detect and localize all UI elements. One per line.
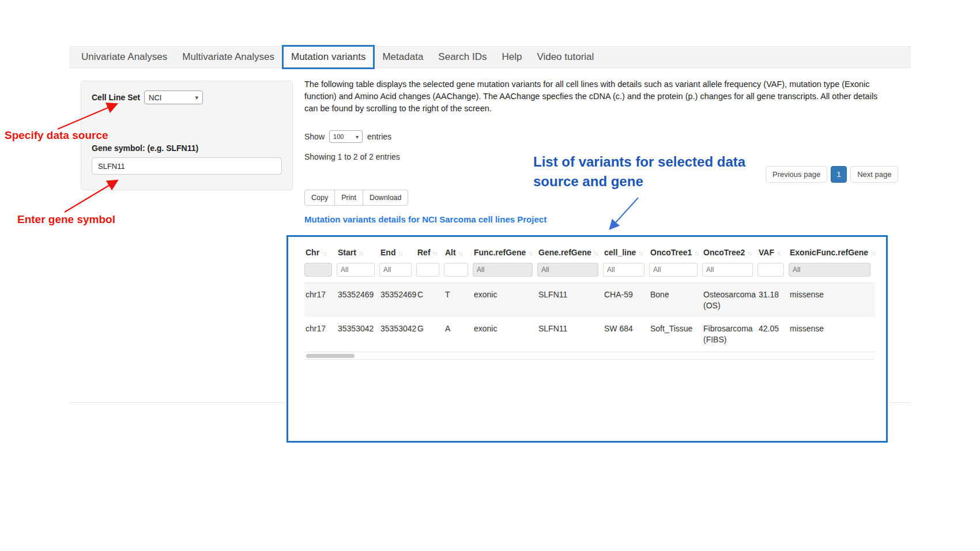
nav-tab-list: Univariate AnalysesMultivariate Analyses… — [69, 47, 911, 67]
column-header-alt[interactable]: Alt↑↓ — [444, 243, 473, 262]
main-navbar: Univariate AnalysesMultivariate Analyses… — [69, 46, 911, 68]
show-label: Show — [304, 132, 325, 141]
filter-cell — [304, 262, 337, 283]
cell-oncotree2: Osteosarcoma (OS) — [702, 283, 757, 318]
copy-button[interactable]: Copy — [304, 190, 335, 206]
column-label: Chr — [306, 248, 319, 257]
sort-icon: ↑↓ — [322, 250, 326, 256]
filter-cell — [702, 262, 757, 283]
column-header-ref[interactable]: Ref↑↓ — [416, 243, 444, 262]
column-label: VAF — [759, 248, 774, 257]
annotation-specify-data-source: Specify data source — [5, 129, 108, 142]
filter-ref[interactable] — [416, 263, 439, 277]
filter-oncotree1[interactable] — [649, 263, 698, 277]
sort-icon: ↑↓ — [870, 250, 875, 256]
cell-oncotree1: Soft_Tissue — [649, 317, 702, 351]
description-text: The following table displays the selecte… — [304, 78, 878, 115]
sort-icon: ↑↓ — [638, 250, 642, 256]
show-entries-control: Show 100 ▾ entries — [304, 130, 391, 143]
sidebar-panel: Cell Line Set NCI ▾ Gene symbol: (e.g. S… — [81, 81, 293, 190]
filter-gene-refgene[interactable] — [537, 263, 598, 277]
column-header-func-refgene[interactable]: Func.refGene↑↓ — [473, 243, 537, 262]
filter-func-refgene[interactable] — [473, 263, 533, 277]
column-header-start[interactable]: Start↑↓ — [337, 243, 379, 262]
table-title-link[interactable]: Mutation variants details for NCI Sarcom… — [304, 214, 546, 224]
sort-icon: ↑↓ — [433, 250, 437, 256]
tab-metadata[interactable]: Metadata — [375, 46, 431, 68]
horizontal-scrollbar-track[interactable] — [304, 352, 875, 360]
sort-icon: ↑↓ — [359, 250, 363, 256]
column-header-chr[interactable]: Chr↑↓ — [304, 243, 337, 262]
column-label: OncoTree1 — [650, 248, 692, 257]
filter-chr[interactable] — [304, 263, 332, 277]
column-header-gene-refgene[interactable]: Gene.refGene↑↓ — [537, 243, 603, 262]
table-header-row: Chr↑↓Start↑↓End↑↓Ref↑↓Alt↑↓Func.refGene↑… — [304, 243, 875, 262]
filter-cell — [337, 262, 379, 283]
filter-vaf[interactable] — [757, 263, 784, 277]
current-page-button[interactable]: 1 — [831, 166, 847, 183]
column-label: Start — [338, 248, 356, 257]
tab-video-tutorial[interactable]: Video tutorial — [529, 46, 601, 68]
column-label: Alt — [445, 248, 456, 257]
filter-cell — [757, 262, 789, 283]
cell-vaf: 31.18 — [757, 283, 789, 318]
table-row[interactable]: chr173535304235353042GAexonicSLFN11SW 68… — [304, 317, 875, 351]
tab-mutation-variants[interactable]: Mutation variants — [282, 45, 375, 69]
table-filter-row — [304, 262, 875, 283]
filter-start[interactable] — [337, 263, 375, 277]
cell-cell-line: SW 684 — [603, 317, 649, 351]
cell-func-refgene: exonic — [473, 317, 537, 351]
column-label: cell_line — [604, 248, 636, 257]
cell-exonicfunc-refgene: missense — [789, 283, 875, 318]
cell-vaf: 42.05 — [757, 317, 789, 351]
tab-multivariate-analyses[interactable]: Multivariate Analyses — [175, 46, 282, 68]
entries-label: entries — [367, 132, 391, 141]
column-header-cell-line[interactable]: cell_line↑↓ — [603, 243, 649, 262]
pagination: Previous page 1 Next page — [766, 166, 898, 183]
cell-ref: C — [416, 283, 444, 318]
cell-start: 35353042 — [337, 317, 379, 351]
cell-line-set-select[interactable]: NCI ▾ — [144, 90, 203, 104]
print-button[interactable]: Print — [334, 190, 363, 206]
gene-symbol-input[interactable] — [92, 157, 282, 175]
cell-gene-refgene: SLFN11 — [537, 283, 603, 318]
sort-icon: ↑↓ — [398, 250, 402, 256]
filter-cell — [603, 262, 649, 283]
column-label: Gene.refGene — [538, 248, 591, 257]
page-length-value: 100 — [333, 133, 344, 140]
annotation-enter-gene-symbol: Enter gene symbol — [17, 213, 115, 226]
column-header-exonicfunc-refgene[interactable]: ExonicFunc.refGene↑↓ — [789, 243, 875, 262]
cell-alt: A — [444, 317, 473, 351]
tab-help[interactable]: Help — [494, 46, 529, 68]
cell-exonicfunc-refgene: missense — [789, 317, 875, 351]
filter-oncotree2[interactable] — [702, 263, 753, 277]
filter-exonicfunc-refgene[interactable] — [789, 263, 870, 277]
sort-icon: ↑↓ — [694, 250, 698, 256]
column-header-vaf[interactable]: VAF↑↓ — [757, 243, 789, 262]
sort-icon: ↑↓ — [777, 250, 781, 256]
filter-cell — [789, 262, 875, 283]
filter-alt[interactable] — [444, 263, 468, 277]
cell-end: 35352469 — [379, 283, 416, 318]
next-page-button[interactable]: Next page — [850, 166, 898, 183]
cell-line-set-value: NCI — [149, 93, 161, 102]
tab-univariate-analyses[interactable]: Univariate Analyses — [74, 46, 175, 68]
gene-symbol-label: Gene symbol: (e.g. SLFN11) — [92, 144, 282, 153]
cell-chr: chr17 — [304, 283, 337, 318]
tab-search-ids[interactable]: Search IDs — [431, 46, 494, 68]
sort-icon: ↑↓ — [594, 250, 598, 256]
table-row[interactable]: chr173535246935352469CTexonicSLFN11CHA-5… — [304, 283, 875, 318]
column-header-end[interactable]: End↑↓ — [379, 243, 416, 262]
chevron-down-icon: ▾ — [356, 134, 359, 140]
cell-ref: G — [416, 317, 444, 351]
horizontal-scrollbar-thumb[interactable] — [306, 354, 355, 358]
page-length-select[interactable]: 100 ▾ — [329, 130, 363, 143]
column-header-oncotree2[interactable]: OncoTree2↑↓ — [702, 243, 757, 262]
filter-end[interactable] — [379, 263, 412, 277]
cell-line-set-label: Cell Line Set — [92, 93, 140, 102]
filter-cell-line[interactable] — [603, 263, 644, 277]
download-button[interactable]: Download — [363, 190, 409, 206]
cell-alt: T — [444, 283, 473, 318]
cell-oncotree1: Bone — [649, 283, 702, 318]
column-header-oncotree1[interactable]: OncoTree1↑↓ — [649, 243, 702, 262]
